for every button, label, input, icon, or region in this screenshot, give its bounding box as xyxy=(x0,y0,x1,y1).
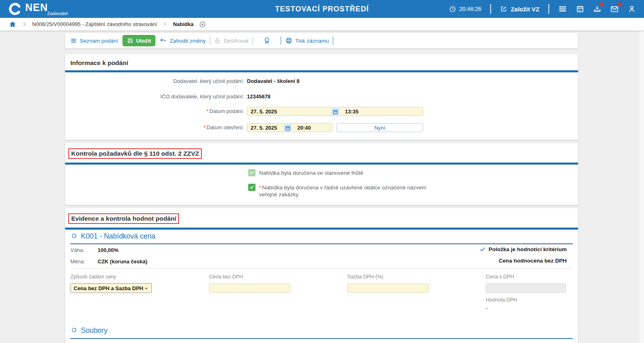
required-marker: * xyxy=(207,108,209,114)
unlock-icon xyxy=(214,37,221,44)
price-with-vat-readonly xyxy=(486,284,566,293)
messages-notification-dot xyxy=(617,2,621,7)
vat-note: Cena hodnocena bez DPH xyxy=(499,258,567,264)
submission-datetime-field[interactable]: 27. 5. 2025 13:35 xyxy=(247,107,423,116)
calendar-icon xyxy=(576,5,584,13)
session-clock: 20:46:26 xyxy=(449,6,482,13)
chevron-right-icon xyxy=(162,22,168,27)
required-marker: * xyxy=(203,124,205,130)
create-vz-button[interactable]: Založit VZ xyxy=(500,5,539,13)
weight-label: Váha: xyxy=(70,247,84,253)
currency-value: CZK (koruna česká) xyxy=(98,258,147,265)
currency-label: Měna: xyxy=(70,258,85,265)
section-title-highlighted: Kontrola požadavků dle § 110 odst. 2 ZZV… xyxy=(68,148,202,159)
vat-amount-value: - xyxy=(486,305,488,311)
checkbox-label: *Nabídka byla doručena v řádně uzavřené … xyxy=(259,184,434,198)
now-button[interactable]: Nyní xyxy=(336,123,423,132)
messages-button[interactable] xyxy=(610,5,619,13)
puzzle-icon xyxy=(70,327,78,334)
breadcrumb-procurement[interactable]: N006/25/V00004995 - Zajištění závodního … xyxy=(32,21,157,27)
submissions-list-button[interactable]: Seznam podání xyxy=(70,37,118,44)
section-title: Informace k podání xyxy=(70,59,128,67)
hamburger-icon xyxy=(558,4,567,13)
inbox-button[interactable] xyxy=(593,5,601,13)
toolbar-divider xyxy=(281,37,281,45)
price-no-vat-input[interactable] xyxy=(209,284,290,293)
toolbar-divider xyxy=(210,37,210,45)
decrypt-button: Dešifrovat xyxy=(214,37,249,44)
criterion-note-text: Položka je hodnotící kritérium xyxy=(489,246,567,252)
supplier-label: Dodavatel, který učinil podání: xyxy=(65,77,244,86)
submission-date-label: *Datum podání: xyxy=(65,107,244,116)
save-button[interactable]: Uložit xyxy=(122,35,156,46)
criterion-note: Položka je hodnotící kritérium xyxy=(480,246,567,252)
person-icon xyxy=(628,5,636,13)
checkbox-checked-disabled xyxy=(248,169,255,176)
decrypt-label: Dešifrovat xyxy=(224,38,249,44)
discard-changes-label: Zahodit změny xyxy=(170,38,206,44)
puzzle-icon xyxy=(70,233,78,240)
discard-changes-button[interactable]: Zahodit změny xyxy=(159,37,206,44)
criterion-k001-heading: K001 - Nabídková cena xyxy=(70,232,155,241)
opening-date-value[interactable]: 27. 5. 2025 xyxy=(247,125,277,131)
opening-datetime-field[interactable]: 27. 5. 2025 20:40 xyxy=(247,123,332,132)
vertical-scrollbar[interactable] xyxy=(639,30,644,343)
list-icon xyxy=(70,37,77,44)
clock-icon xyxy=(449,6,456,13)
inbox-notification-dot xyxy=(600,2,604,7)
header-divider xyxy=(490,4,491,14)
section-values-evidence: Evidence a kontrola hodnot podání K001 -… xyxy=(65,208,578,343)
files-underline xyxy=(70,338,573,339)
price-mode-label: Způsob zadání ceny xyxy=(70,274,116,280)
section-rule xyxy=(65,163,578,165)
printer-icon xyxy=(285,37,293,44)
weight-value: 100,00% xyxy=(98,247,118,253)
section-title-highlighted: Evidence a kontrola hodnot podání xyxy=(68,213,179,224)
certificate-button[interactable] xyxy=(263,37,271,45)
price-mode-select[interactable]: Cena bez DPH a Sazba DPH xyxy=(70,283,152,293)
floppy-icon xyxy=(127,37,133,44)
save-label: Uložit xyxy=(136,38,151,44)
calendar-button[interactable] xyxy=(576,5,584,13)
vat-note-text: Cena hodnocena bez DPH xyxy=(499,258,567,264)
breadcrumb-current: Nabídka xyxy=(173,21,194,27)
checkbox-label: Nabídka byla doručena ve stanovené lhůtě xyxy=(259,169,363,176)
checkbox-checked[interactable] xyxy=(248,184,255,191)
chevron-down-icon xyxy=(144,286,148,291)
print-record-button[interactable]: Tisk záznamu xyxy=(285,37,329,44)
submissions-list-label: Seznam podání xyxy=(80,38,118,44)
print-record-label: Tisk záznamu xyxy=(295,38,329,44)
price-no-vat-label: Cena bez DPH xyxy=(209,274,243,280)
main-menu-button[interactable] xyxy=(558,4,567,13)
edit-icon xyxy=(500,5,507,13)
criterion-underline xyxy=(70,243,573,244)
breadcrumb: N006/25/V00004995 - Zajištění závodního … xyxy=(0,18,644,30)
chevron-right-icon xyxy=(22,22,27,27)
calendar-picker-icon[interactable] xyxy=(332,108,339,115)
user-profile-button[interactable] xyxy=(628,5,636,13)
toolbar-divider xyxy=(253,37,253,45)
price-with-vat-label: Cena s DPH xyxy=(486,274,514,280)
files-title: Soubory xyxy=(81,326,107,335)
section-rule xyxy=(65,70,578,72)
price-mode-value: Cena bez DPH a Sazba DPH xyxy=(74,285,143,291)
section-submission-info: Informace k podání Dodavatel, který učin… xyxy=(65,54,578,140)
opening-date-label: *Datum otevření: xyxy=(65,123,244,132)
record-toolbar: Seznam podání Uložit Zahodit změny Dešif… xyxy=(65,33,578,48)
section-requirements-check: Kontrola požadavků dle § 110 odst. 2 ZZV… xyxy=(65,143,578,205)
check-icon xyxy=(480,246,486,252)
opening-time-value[interactable]: 20:40 xyxy=(294,125,311,131)
section-rule xyxy=(65,228,578,230)
required-marker: * xyxy=(259,185,261,191)
vat-rate-input[interactable] xyxy=(347,284,429,293)
create-vz-label: Založit VZ xyxy=(511,6,539,13)
submission-time-value[interactable]: 13:35 xyxy=(342,109,358,115)
calendar-picker-icon[interactable] xyxy=(284,124,291,132)
header-divider xyxy=(548,4,549,14)
home-icon[interactable] xyxy=(9,21,16,28)
clock-time: 20:46:26 xyxy=(459,6,482,12)
submission-date-value[interactable]: 27. 5. 2025 xyxy=(247,109,277,115)
close-tab-icon[interactable] xyxy=(199,21,206,28)
criterion-k001-title: K001 - Nabídková cena xyxy=(81,232,155,241)
ico-value: 12345678 xyxy=(247,92,271,101)
